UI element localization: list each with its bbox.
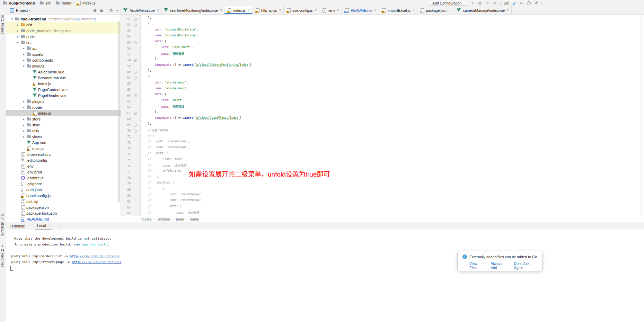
tree-item[interactable]: .env (6, 163, 121, 169)
close-icon[interactable]: × (248, 8, 250, 12)
tree-item[interactable]: .eslintrc.js (6, 175, 121, 181)
chevron-right-icon[interactable]: ▸ (21, 123, 27, 127)
chevron-down-icon[interactable]: ▾ (21, 106, 27, 109)
close-icon[interactable]: × (157, 8, 159, 12)
editor-tab[interactable]: JSvue.config.js× (284, 6, 319, 14)
chevron-right-icon[interactable]: ▸ (21, 135, 27, 138)
chevron-right-icon[interactable]: ▸ (15, 23, 21, 27)
tree-item[interactable]: JSindex.js (6, 81, 121, 87)
close-icon[interactable]: × (374, 8, 377, 12)
window-breadcrumb-item[interactable]: router (55, 1, 72, 5)
tree-item[interactable]: dist.zip (6, 198, 121, 204)
tree-item[interactable]: ▾router (6, 104, 121, 110)
tree-item[interactable]: ▸store (6, 116, 121, 122)
tree-item[interactable]: ▾src (6, 39, 121, 45)
tree-item[interactable]: PageContent.vue (6, 87, 121, 92)
tree-item[interactable]: JSindex.js (6, 110, 121, 116)
git-commit-icon[interactable]: ✓ (519, 1, 524, 6)
close-icon[interactable]: × (507, 8, 509, 12)
tree-item[interactable]: ▾duoji-frontendD:\zheheWeb\duoji-fronten… (6, 16, 121, 22)
close-icon[interactable]: × (450, 8, 452, 12)
chevron-right-icon[interactable]: ▸ (21, 47, 27, 50)
tree-item[interactable]: JSmain.js (6, 145, 121, 151)
stripe-button-project[interactable]: ▦1: Project (1, 15, 5, 34)
editor-tab[interactable]: JSindex.js× (224, 6, 252, 14)
editor-breadcrumb-item[interactable]: meta (176, 217, 184, 221)
terminal-link[interactable]: http://192.168.66.56:9007 (70, 254, 120, 258)
tree-item[interactable]: ▸views (6, 134, 121, 140)
tree-item[interactable]: PageHeader.vue (6, 92, 121, 98)
window-breadcrumb-item[interactable]: src (39, 1, 51, 5)
chevron-right-icon[interactable]: ▸ (21, 129, 27, 133)
chevron-down-icon[interactable]: ▾ (9, 17, 15, 21)
chevron-right-icon[interactable]: ▸ (21, 117, 27, 121)
close-icon[interactable]: × (315, 8, 317, 12)
debug-icon[interactable] (478, 1, 483, 6)
tree-item[interactable]: JSbabel.config.js (6, 193, 121, 198)
editor-tab[interactable]: MDREADME.md× (342, 6, 379, 14)
editor-tab[interactable]: JShttp-api.js× (253, 6, 284, 14)
code-editor[interactable]: 5152535455565758596061626364656667686970… (121, 15, 644, 216)
close-icon[interactable]: × (48, 224, 50, 227)
locate-file-icon[interactable]: ⊕ (93, 8, 97, 13)
window-breadcrumb-item[interactable]: JSindex.js (76, 1, 95, 5)
tree-item[interactable]: ▸style (6, 122, 121, 128)
chevron-right-icon[interactable]: ▸ (21, 59, 27, 62)
tree-item[interactable]: ▸api (6, 45, 121, 51)
fold-icon[interactable] (131, 77, 140, 80)
project-panel-title[interactable]: Project (16, 8, 28, 12)
fold-icon[interactable] (131, 41, 140, 44)
chevron-right-icon[interactable]: ▸ (15, 29, 21, 33)
notification-action-always-add[interactable]: Always Add (491, 261, 508, 270)
fold-icon[interactable] (131, 112, 140, 115)
chevron-right-icon[interactable]: ▸ (21, 100, 27, 103)
chevron-right-icon[interactable]: ▸ (15, 35, 21, 38)
code-content[interactable]: }, { path: 'historyMonitoring', name: 'h… (141, 16, 252, 216)
fold-icon[interactable] (131, 124, 140, 127)
project-tree-scrollbar[interactable] (118, 21, 120, 203)
chevron-down-icon[interactable]: ▾ (21, 64, 27, 68)
tree-item[interactable]: ▸public (6, 34, 121, 39)
tree-item[interactable]: ▸utils (6, 128, 121, 134)
chevron-right-icon[interactable]: ▸ (21, 53, 27, 56)
tree-item[interactable]: AsideMenu.vue (6, 69, 121, 75)
run-with-coverage-icon[interactable] (485, 1, 490, 6)
editor-scrollbar[interactable] (640, 15, 644, 216)
close-icon[interactable]: × (220, 8, 222, 12)
notification-action-view-files[interactable]: View Files (469, 261, 485, 270)
tree-item[interactable]: {}package.json (6, 204, 121, 210)
gear-icon[interactable]: ⚙ (109, 8, 113, 13)
tree-item[interactable]: .browserslistrc (6, 151, 121, 157)
git-history-icon[interactable] (526, 1, 531, 6)
tree-item[interactable]: ⚙.editorconfig (6, 157, 121, 163)
tree-item[interactable]: {}auth.json (6, 187, 121, 193)
git-update-icon[interactable]: ↙ (512, 1, 517, 6)
tree-item[interactable]: Breadcrumb.vue (6, 75, 121, 81)
git-rollback-icon[interactable]: ↺ (533, 1, 538, 6)
stripe-button-favorites[interactable]: ★2: Favorites (1, 244, 5, 267)
add-configuration-button[interactable]: Add Configuration... (429, 1, 468, 6)
fold-icon[interactable] (131, 18, 140, 21)
editor-breadcrumb-item[interactable]: routes (141, 217, 151, 221)
close-icon[interactable]: × (337, 8, 339, 12)
tree-item[interactable]: ▸dist (6, 22, 121, 28)
tree-item[interactable]: App.vue (6, 140, 121, 145)
fold-icon[interactable] (131, 24, 140, 27)
editor-tab[interactable]: {}package.json× (417, 6, 455, 14)
fold-icon[interactable] (131, 129, 140, 133)
editor-tab[interactable]: JSimportExcel.js× (379, 6, 417, 14)
editor-tab[interactable]: .env× (319, 6, 342, 14)
fold-icon[interactable] (131, 71, 140, 74)
tree-item[interactable]: MDREADME.md (6, 216, 121, 222)
tree-item[interactable]: ⊘.gitignore (6, 181, 121, 187)
collapse-all-icon[interactable]: ⊟ (100, 8, 103, 13)
editor-breadcrumb-item[interactable]: name (190, 217, 199, 221)
tree-item[interactable]: ▸node_moduleslibrary root (6, 28, 121, 34)
tree-item[interactable]: ▸components (6, 57, 121, 63)
editor-tab[interactable]: AsideMenu.vue× (121, 6, 161, 14)
close-icon[interactable]: × (279, 8, 281, 12)
terminal-output[interactable]: Note that the development build is not o… (6, 230, 644, 322)
new-terminal-icon[interactable]: + (58, 223, 61, 229)
window-breadcrumb-item[interactable]: duoji-frontend (3, 1, 35, 5)
terminal-link[interactable]: http://192.168.66.56:9007 (72, 260, 121, 264)
